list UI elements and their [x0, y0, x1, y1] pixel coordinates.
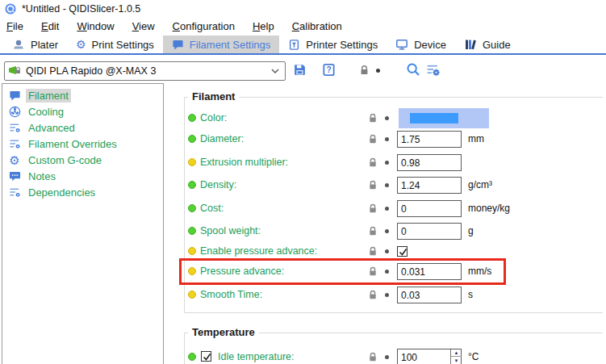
spinner-control: ▲ ▼: [450, 349, 461, 364]
bullet-icon: [188, 267, 196, 275]
lock-icon[interactable]: [367, 245, 378, 257]
fan-icon: [8, 105, 21, 118]
checkmark-icon: [202, 352, 212, 362]
help-icon[interactable]: ?: [322, 63, 336, 77]
window-title: *Untitled - QIDISlicer-1.0.5: [22, 3, 140, 15]
setting-label: Idle temperature:: [218, 349, 295, 364]
save-icon[interactable]: [293, 63, 307, 77]
sidebar-item-filament[interactable]: Filament: [2, 87, 163, 103]
spin-up-icon[interactable]: ▲: [451, 349, 462, 357]
unit-label: °C: [468, 349, 479, 364]
lock-icon[interactable]: [367, 112, 378, 124]
smooth-time-input[interactable]: [397, 287, 462, 303]
enable-pressure-advance-checkbox[interactable]: [397, 246, 407, 257]
section-title: Temperature: [188, 326, 259, 338]
sidebar-item-cooling[interactable]: Cooling: [2, 103, 163, 119]
tab-printer-settings[interactable]: Printer Settings: [279, 36, 387, 53]
sidebar-item-dependencies[interactable]: Dependencies: [2, 184, 163, 200]
sliders-gear-icon: [8, 186, 21, 199]
revert-dot-icon[interactable]: [385, 116, 389, 120]
color-swatch: [410, 113, 458, 123]
setting-label: Spool weight:: [200, 223, 261, 240]
lock-icon[interactable]: [367, 133, 378, 145]
menu-window[interactable]: Window: [68, 20, 123, 32]
settings-page: Filament Color: Diameter: mm Extrusion m…: [164, 83, 606, 364]
revert-dot-icon[interactable]: [385, 270, 389, 274]
menu-help[interactable]: Help: [244, 20, 283, 32]
checkmark-icon: [398, 247, 408, 257]
menu-calibration[interactable]: Calibration: [283, 20, 351, 32]
app-icon: [5, 3, 16, 15]
setting-label: Color:: [200, 110, 227, 127]
filter-gear-icon[interactable]: [426, 63, 440, 77]
lock-icon[interactable]: [367, 289, 378, 301]
spool-weight-input[interactable]: [397, 223, 462, 240]
color-picker-field[interactable]: [399, 108, 489, 128]
bullet-icon: [188, 353, 196, 361]
sliders-gear-icon: [8, 137, 21, 150]
setting-label: Pressure advance:: [200, 263, 284, 280]
preset-combobox[interactable]: QIDI PLA Rapido @X-MAX 3: [4, 61, 286, 81]
menu-configuration[interactable]: Configuration: [164, 20, 244, 32]
setting-row-smooth-time: Smooth Time: s: [164, 287, 606, 303]
lock-icon[interactable]: [367, 157, 378, 169]
lock-icon[interactable]: [367, 203, 378, 215]
lock-icon[interactable]: [358, 64, 370, 77]
menu-bar: File Edit Window View Configuration Help…: [0, 18, 606, 34]
lock-icon[interactable]: [367, 266, 378, 278]
extrusion-multiplier-input[interactable]: [397, 154, 462, 171]
svg-text:?: ?: [326, 65, 331, 74]
revert-dot-icon[interactable]: [376, 69, 380, 73]
revert-dot-icon[interactable]: [385, 293, 389, 297]
settings-category-tree: Filament Cooling: [2, 83, 164, 364]
bullet-icon: [188, 291, 196, 299]
density-input[interactable]: [397, 177, 462, 194]
spin-down-icon[interactable]: ▼: [451, 358, 462, 364]
diameter-input[interactable]: [397, 131, 462, 148]
sidebar-item-custom-gcode[interactable]: ⚙ Custom G-code: [2, 152, 163, 168]
sidebar-item-filament-overrides[interactable]: Filament Overrides: [2, 136, 163, 152]
sidebar-item-advanced[interactable]: Advanced: [2, 119, 163, 136]
lock-icon[interactable]: [367, 225, 378, 237]
sidebar-item-notes[interactable]: Notes: [2, 168, 163, 184]
preset-toolbar: QIDI PLA Rapido @X-MAX 3 ?: [0, 58, 606, 82]
revert-dot-icon[interactable]: [385, 137, 389, 141]
pressure-advance-input[interactable]: [397, 263, 462, 280]
tab-filament-settings[interactable]: Filament Settings: [163, 36, 279, 53]
setting-label: Cost:: [200, 200, 224, 217]
unit-label: g/cm³: [468, 177, 492, 194]
lock-icon[interactable]: [367, 179, 378, 191]
unit-label: g: [468, 223, 474, 240]
idle-temperature-checkbox[interactable]: [201, 351, 211, 362]
setting-row-spool-weight: Spool weight: g: [164, 223, 606, 240]
tab-bar: Plater ⚙ Print Settings Filament Setting…: [0, 36, 606, 55]
menu-file[interactable]: File: [0, 20, 32, 32]
unit-label: money/kg: [468, 200, 510, 217]
revert-dot-icon[interactable]: [385, 161, 389, 165]
section-title: Filament: [188, 90, 239, 103]
setting-row-color: Color:: [164, 110, 606, 127]
revert-dot-icon[interactable]: [385, 229, 389, 233]
preset-name: QIDI PLA Rapido @X-MAX 3: [26, 65, 271, 77]
lock-icon[interactable]: [367, 351, 378, 363]
tab-guide[interactable]: Guide: [455, 36, 520, 53]
unit-label: mm/s: [468, 263, 491, 280]
sliders-gear-icon: [8, 121, 21, 134]
revert-dot-icon[interactable]: [385, 355, 389, 359]
guide-icon: [464, 38, 477, 51]
tab-print-settings[interactable]: ⚙ Print Settings: [67, 36, 163, 53]
setting-row-cost: Cost: money/kg: [164, 200, 606, 217]
tab-device[interactable]: Device: [387, 36, 455, 53]
bullet-icon: [188, 247, 196, 255]
menu-edit[interactable]: Edit: [32, 20, 68, 32]
plater-icon: [12, 38, 25, 51]
menu-view[interactable]: View: [123, 20, 164, 32]
setting-row-diameter: Diameter: mm: [164, 131, 606, 148]
revert-dot-icon[interactable]: [385, 207, 389, 211]
revert-dot-icon[interactable]: [385, 249, 389, 253]
revert-dot-icon[interactable]: [385, 183, 389, 187]
cost-input[interactable]: [397, 200, 462, 217]
tab-plater[interactable]: Plater: [3, 36, 67, 53]
search-icon[interactable]: [406, 62, 420, 77]
filament-icon: [172, 39, 184, 51]
